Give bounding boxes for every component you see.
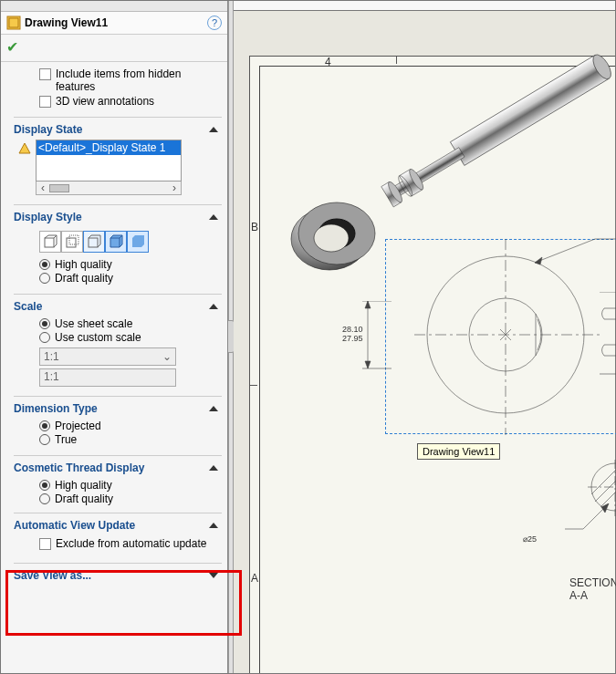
- exclude-auto-update-row: Exclude from automatic update: [39, 537, 222, 550]
- svg-rect-14: [450, 55, 609, 165]
- svg-rect-8: [67, 238, 76, 247]
- annotations-3d-label: 3D view annotations: [56, 95, 154, 108]
- panel-tabs: [1, 1, 227, 12]
- style-shaded-icon[interactable]: [127, 231, 149, 253]
- automatic-view-update-head[interactable]: Automatic View Update: [14, 513, 222, 535]
- use-custom-scale-row: Use custom scale: [39, 331, 222, 344]
- cosmetic-hq-label: High quality: [55, 479, 112, 492]
- display-state-item[interactable]: <Default>_Display State 1: [37, 140, 181, 155]
- accept-row: ✔: [1, 35, 227, 62]
- cosmetic-dq-label: Draft quality: [55, 493, 113, 505]
- help-icon[interactable]: ?: [207, 16, 222, 30]
- projected-label: Projected: [55, 420, 101, 432]
- exclude-auto-update-label: Exclude from automatic update: [56, 537, 206, 550]
- cosmetic-thread-section: Cosmetic Thread Display High quality Dra…: [14, 455, 222, 505]
- use-sheet-scale-label: Use sheet scale: [55, 317, 132, 330]
- dim-25: [565, 503, 616, 540]
- true-row: True: [39, 433, 222, 446]
- dimension-type-section: Dimension Type Projected True: [14, 396, 222, 446]
- exclude-auto-update-checkbox[interactable]: [39, 538, 51, 550]
- svg-rect-10: [89, 238, 98, 247]
- true-radio[interactable]: [39, 434, 50, 445]
- scroll-left-icon[interactable]: ‹: [37, 181, 49, 194]
- annotations-3d-checkbox-row: 3D view annotations: [39, 95, 222, 108]
- annotations-3d-checkbox[interactable]: [39, 96, 51, 108]
- include-hidden-checkbox[interactable]: [39, 68, 51, 80]
- display-draft-quality-row: Draft quality: [39, 272, 222, 285]
- drawing-sheet: 4 B A: [249, 56, 615, 673]
- display-draft-quality-radio[interactable]: [39, 273, 50, 284]
- svg-point-25: [314, 224, 349, 252]
- style-hidden-visible-icon[interactable]: [61, 231, 83, 253]
- use-custom-scale-label: Use custom scale: [55, 331, 141, 344]
- true-label: True: [55, 433, 77, 446]
- scale-section: Scale Use sheet scale Use custom scale 1…: [14, 294, 222, 387]
- cosmetic-dq-radio[interactable]: [39, 493, 50, 504]
- svg-line-52: [591, 463, 616, 494]
- view-tooltip: Drawing View11: [417, 443, 500, 460]
- style-hidden-removed-icon[interactable]: [83, 231, 105, 253]
- save-view-as-head[interactable]: Save View as...: [14, 563, 222, 586]
- use-sheet-scale-radio[interactable]: [39, 318, 50, 329]
- style-shaded-edges-icon[interactable]: [105, 231, 127, 253]
- svg-line-39: [535, 239, 595, 263]
- scale-text[interactable]: 1:1: [39, 368, 176, 387]
- include-hidden-checkbox-row: Include items from hidden features: [39, 67, 222, 93]
- scale-combo[interactable]: 1:1 ⌄: [39, 347, 176, 366]
- display-draft-quality-label: Draft quality: [55, 272, 113, 285]
- collapse-icon: [209, 304, 218, 309]
- scale-head[interactable]: Scale: [14, 294, 222, 316]
- display-state-icon: [17, 141, 34, 158]
- canvas-ruler-top: [234, 1, 615, 11]
- svg-marker-46: [365, 361, 371, 368]
- display-state-list[interactable]: <Default>_Display State 1: [36, 140, 182, 181]
- dim-height-label: 28.1027.95: [342, 325, 363, 343]
- use-sheet-scale-row: Use sheet scale: [39, 317, 222, 330]
- svg-marker-45: [365, 301, 371, 308]
- panel-body: Include items from hidden features 3D vi…: [1, 62, 227, 673]
- chevron-down-icon: ⌄: [162, 350, 172, 363]
- cosmetic-thread-head[interactable]: Cosmetic Thread Display: [14, 455, 222, 478]
- projected-radio[interactable]: [39, 420, 50, 431]
- scale-combo-value: 1:1: [44, 350, 59, 363]
- style-wireframe-icon[interactable]: [39, 231, 61, 253]
- svg-marker-55: [601, 503, 609, 513]
- display-state-head[interactable]: Display State: [14, 117, 222, 140]
- expand-icon: [209, 573, 218, 578]
- collapse-icon: [209, 214, 218, 220]
- display-style-head[interactable]: Display Style: [14, 204, 222, 227]
- svg-marker-41: [535, 257, 542, 264]
- ok-check-icon[interactable]: ✔: [6, 39, 18, 55]
- save-view-as-section: Save View as...: [14, 563, 222, 586]
- display-style-section: Display Style High quality Draft quali: [14, 204, 222, 285]
- drawing-canvas[interactable]: 4 B A: [234, 1, 615, 673]
- display-state-section: Display State <Default>_Display State 1 …: [14, 117, 222, 195]
- svg-line-50: [595, 467, 616, 502]
- svg-rect-16: [389, 148, 465, 200]
- display-high-quality-label: High quality: [55, 258, 112, 271]
- display-high-quality-radio[interactable]: [39, 259, 50, 270]
- collapse-icon: [209, 406, 218, 411]
- dimension-type-head[interactable]: Dimension Type: [14, 396, 222, 419]
- scroll-thumb[interactable]: [49, 184, 69, 192]
- display-state-hscroll[interactable]: ‹ ›: [36, 181, 182, 195]
- dim-25-label: ⌀25: [523, 534, 537, 544]
- drawing-view-icon: [6, 16, 21, 30]
- scroll-right-icon[interactable]: ›: [168, 181, 181, 194]
- row-label-a: A: [251, 572, 258, 585]
- projected-row: Projected: [39, 420, 222, 432]
- svg-rect-2: [45, 238, 54, 247]
- front-view: [387, 239, 616, 440]
- collapse-icon: [209, 523, 218, 528]
- automatic-view-update-section: Automatic View Update Exclude from autom…: [14, 513, 222, 550]
- collapse-icon: [209, 465, 218, 471]
- use-custom-scale-radio[interactable]: [39, 332, 50, 343]
- row-label-b: B: [251, 221, 258, 233]
- cosmetic-hq-row: High quality: [39, 479, 222, 492]
- cosmetic-hq-radio[interactable]: [39, 480, 50, 491]
- section-label: SECTION A-A: [569, 576, 616, 602]
- dim-60: [531, 232, 616, 268]
- cosmetic-dq-row: Draft quality: [39, 493, 222, 505]
- panel-title: Drawing View11: [25, 16, 207, 29]
- panel-header: Drawing View11 ?: [1, 12, 227, 35]
